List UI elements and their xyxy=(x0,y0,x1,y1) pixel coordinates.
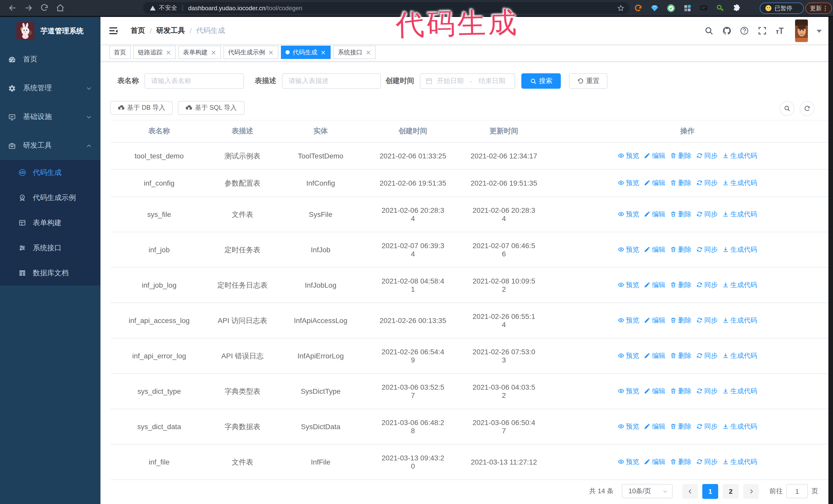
op-删除-link[interactable]: 删除 xyxy=(670,387,691,395)
op-编辑-link[interactable]: 编辑 xyxy=(644,316,665,324)
tab-表单构建[interactable]: 表单构建 xyxy=(178,46,221,59)
op-预览-link[interactable]: 预览 xyxy=(618,245,639,254)
op-删除-link[interactable]: 删除 xyxy=(670,352,691,360)
github-icon[interactable] xyxy=(722,26,731,35)
extension-green-key-icon[interactable] xyxy=(716,4,724,12)
help-icon[interactable] xyxy=(740,26,749,35)
op-同步-link[interactable]: 同步 xyxy=(696,151,718,160)
op-删除-link[interactable]: 删除 xyxy=(670,151,691,160)
sidebar-item-代码生成示例[interactable]: 代码生成示例 xyxy=(0,185,100,210)
caret-down-icon[interactable] xyxy=(816,29,822,33)
reset-button[interactable]: 重置 xyxy=(569,73,608,89)
extension-puzzle-icon[interactable] xyxy=(733,4,741,12)
tab-系统接口[interactable]: 系统接口 xyxy=(333,46,376,59)
breadcrumb-item-首页[interactable]: 首页 xyxy=(131,26,145,35)
browser-menu-icon[interactable] xyxy=(824,5,826,12)
sidebar-item-系统接口[interactable]: 系统接口 xyxy=(0,235,100,261)
back-arrow-icon[interactable] xyxy=(8,4,17,12)
extension-grid-icon[interactable] xyxy=(683,4,691,12)
bookmark-star-icon[interactable] xyxy=(617,4,624,11)
date-end-placeholder[interactable]: 结束日期 xyxy=(474,76,509,86)
op-同步-link[interactable]: 同步 xyxy=(696,387,718,395)
op-编辑-link[interactable]: 编辑 xyxy=(644,458,665,466)
close-icon[interactable] xyxy=(268,49,274,55)
op-编辑-link[interactable]: 编辑 xyxy=(644,210,665,218)
op-编辑-link[interactable]: 编辑 xyxy=(644,179,665,187)
op-编辑-link[interactable]: 编辑 xyxy=(644,151,665,160)
op-生成代码-link[interactable]: 生成代码 xyxy=(722,179,757,187)
op-同步-link[interactable]: 同步 xyxy=(696,245,718,254)
sidebar-item-代码生成[interactable]: 代码生成 xyxy=(0,160,100,185)
op-生成代码-link[interactable]: 生成代码 xyxy=(722,422,757,430)
import-sql-button[interactable]: 基于 SQL 导入 xyxy=(178,101,244,115)
op-删除-link[interactable]: 删除 xyxy=(670,422,691,430)
close-icon[interactable] xyxy=(211,49,216,55)
extension-green-circle-icon[interactable] xyxy=(667,4,675,12)
breadcrumb-item-研发工具[interactable]: 研发工具 xyxy=(156,26,185,35)
op-同步-link[interactable]: 同步 xyxy=(696,210,718,218)
table-desc-input[interactable]: 请输入表描述 xyxy=(282,73,381,89)
prev-page-button[interactable] xyxy=(682,484,698,499)
avatar[interactable] xyxy=(795,20,808,42)
date-start-placeholder[interactable]: 开始日期 xyxy=(433,76,468,86)
page-number-2[interactable]: 2 xyxy=(723,484,739,499)
op-同步-link[interactable]: 同步 xyxy=(696,352,718,360)
op-生成代码-link[interactable]: 生成代码 xyxy=(722,245,757,254)
sidebar-item-研发工具[interactable]: 研发工具 xyxy=(0,131,100,160)
search-icon[interactable] xyxy=(704,26,714,35)
tab-代码生成示例[interactable]: 代码生成示例 xyxy=(223,46,278,59)
op-预览-link[interactable]: 预览 xyxy=(618,387,639,395)
fullscreen-icon[interactable] xyxy=(757,26,767,35)
op-删除-link[interactable]: 删除 xyxy=(670,210,691,218)
forward-arrow-icon[interactable] xyxy=(24,4,33,12)
op-编辑-link[interactable]: 编辑 xyxy=(644,422,665,430)
op-删除-link[interactable]: 删除 xyxy=(670,316,691,324)
toggle-search-button[interactable] xyxy=(780,101,794,116)
op-编辑-link[interactable]: 编辑 xyxy=(644,352,665,360)
op-编辑-link[interactable]: 编辑 xyxy=(644,387,665,395)
not-secure-label[interactable]: 不安全 xyxy=(159,4,177,12)
refresh-table-button[interactable] xyxy=(800,101,814,116)
extension-orange-refresh-icon[interactable] xyxy=(634,4,642,12)
op-同步-link[interactable]: 同步 xyxy=(696,316,718,324)
extension-dark-panel-icon[interactable] xyxy=(700,4,708,12)
tab-链路追踪[interactable]: 链路追踪 xyxy=(133,46,176,59)
op-删除-link[interactable]: 删除 xyxy=(670,458,691,466)
sidebar-item-系统管理[interactable]: 系统管理 xyxy=(0,74,100,102)
close-icon[interactable] xyxy=(166,49,171,55)
sidebar-item-表单构建[interactable]: 表单构建 xyxy=(0,210,100,235)
extension-blue-gem-icon[interactable] xyxy=(650,4,659,12)
next-page-button[interactable] xyxy=(743,484,759,499)
tab-代码生成[interactable]: 代码生成 xyxy=(281,46,331,59)
op-生成代码-link[interactable]: 生成代码 xyxy=(722,352,757,360)
op-预览-link[interactable]: 预览 xyxy=(618,281,639,289)
close-icon[interactable] xyxy=(320,49,326,55)
op-编辑-link[interactable]: 编辑 xyxy=(644,245,665,254)
home-icon[interactable] xyxy=(56,4,65,12)
op-编辑-link[interactable]: 编辑 xyxy=(644,281,665,289)
sidebar-item-首页[interactable]: 首页 xyxy=(0,45,100,74)
update-button[interactable]: 更新 xyxy=(805,3,832,14)
op-生成代码-link[interactable]: 生成代码 xyxy=(722,387,757,395)
op-生成代码-link[interactable]: 生成代码 xyxy=(722,281,757,289)
op-预览-link[interactable]: 预览 xyxy=(618,316,639,324)
op-预览-link[interactable]: 预览 xyxy=(618,458,639,466)
op-预览-link[interactable]: 预览 xyxy=(618,151,639,160)
op-同步-link[interactable]: 同步 xyxy=(696,458,718,466)
date-range-picker[interactable]: 开始日期 - 结束日期 xyxy=(420,73,515,89)
op-同步-link[interactable]: 同步 xyxy=(696,179,718,187)
tab-首页[interactable]: 首页 xyxy=(109,46,131,59)
hamburger-icon[interactable] xyxy=(108,26,118,36)
op-预览-link[interactable]: 预览 xyxy=(618,210,639,218)
op-预览-link[interactable]: 预览 xyxy=(618,422,639,430)
jump-page-input[interactable]: 1 xyxy=(786,484,808,498)
font-size-icon[interactable] xyxy=(775,26,784,35)
op-生成代码-link[interactable]: 生成代码 xyxy=(722,458,757,466)
op-预览-link[interactable]: 预览 xyxy=(618,179,639,187)
import-db-button[interactable]: 基于 DB 导入 xyxy=(110,101,173,115)
reload-icon[interactable] xyxy=(40,4,49,12)
op-删除-link[interactable]: 删除 xyxy=(670,245,691,254)
sidebar-item-基础设施[interactable]: 基础设施 xyxy=(0,102,100,131)
page-number-1[interactable]: 1 xyxy=(702,484,718,499)
address-bar[interactable]: 不安全 dashboard.yudao.iocoder.cn/tool/code… xyxy=(143,2,629,14)
